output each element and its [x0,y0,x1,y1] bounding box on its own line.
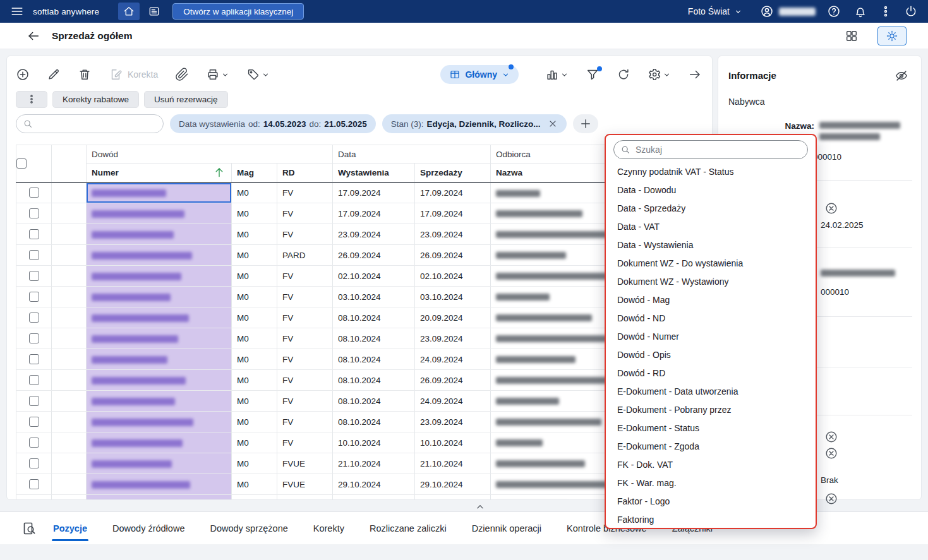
analytics-button[interactable] [545,68,569,81]
view-selector[interactable]: Główny [440,65,519,84]
print-button[interactable] [206,68,229,81]
row-checkbox[interactable] [29,375,39,385]
cell-wystawienia[interactable]: 26.09.2024 [333,245,415,266]
cell-mag[interactable]: M0 [232,370,277,391]
attachments-button[interactable] [175,68,189,81]
sort-ascending-icon[interactable] [212,165,226,179]
bottom-tab[interactable]: Pozycje [52,512,88,545]
cell-numer[interactable] [87,453,232,474]
cell-mag[interactable]: M0 [232,412,277,432]
cell-numer[interactable] [87,495,232,500]
clear-value-icon[interactable] [824,430,838,444]
cell-wystawienia[interactable]: 05.11.2024 [333,495,415,500]
refresh-button[interactable] [617,68,630,81]
col-header-wystawienia[interactable]: Wystawienia [333,164,415,182]
cell-rd[interactable]: FV [277,287,333,307]
cell-mag[interactable]: M0 [232,203,277,224]
cell-wystawienia[interactable]: 29.10.2024 [333,474,415,495]
cell-rd[interactable]: FV [277,432,333,453]
cell-mag[interactable]: M0 [232,391,277,412]
dropdown-item[interactable]: Faktor - Logo [606,492,816,511]
cell-mag[interactable]: M0 [232,349,277,370]
dropdown-item[interactable]: Dowód - Opis [606,346,816,364]
row-checkbox[interactable] [29,333,39,343]
cell-wystawienia[interactable]: 17.09.2024 [333,203,415,224]
cell-sprzedazy[interactable]: 10.10.2024 [415,432,491,453]
dashboard-button[interactable] [145,3,164,20]
cell-wystawienia[interactable]: 08.10.2024 [333,412,415,432]
dropdown-item[interactable]: Dokument WZ - Wystawiony [606,273,816,291]
search-positions-button[interactable] [21,521,37,536]
cell-mag[interactable]: M0 [232,182,277,203]
cell-rd[interactable]: FV [277,412,333,432]
cell-mag[interactable]: M0 [232,432,277,453]
dropdown-item[interactable]: Dowód - Mag [606,291,816,309]
cell-numer[interactable] [87,370,232,391]
cell-wystawienia[interactable]: 08.10.2024 [333,328,415,349]
dropdown-item[interactable]: Dowód - ND [606,309,816,328]
cell-sprzedazy[interactable]: 24.09.2024 [415,349,491,370]
col-header-rd[interactable]: RD [277,164,333,182]
add-button[interactable] [16,68,30,81]
notifications-button[interactable] [851,3,870,20]
dropdown-item[interactable]: Faktoring [606,511,816,529]
bottom-tab[interactable]: Dowody sprzężone [208,512,289,545]
row-checkbox[interactable] [29,271,39,281]
cell-mag[interactable]: M0 [232,328,277,349]
row-checkbox[interactable] [29,208,39,218]
cell-wystawienia[interactable]: 08.10.2024 [333,391,415,412]
cell-numer[interactable] [87,474,232,495]
cell-rd[interactable]: PARD [277,245,333,266]
bottom-tab[interactable]: Korekty [312,512,346,545]
edit-button[interactable] [47,68,61,81]
cell-sprzedazy[interactable]: 24.09.2024 [415,391,491,412]
add-filter-button[interactable] [573,114,598,133]
cell-numer[interactable] [87,182,232,203]
row-checkbox[interactable] [29,458,39,468]
clear-value-icon[interactable] [824,201,838,215]
col-header-sprzedazy[interactable]: Sprzedaży [415,164,491,182]
dropdown-item[interactable]: E-Dokument - Zgoda [606,438,816,456]
cell-numer[interactable] [87,245,232,266]
cell-numer[interactable] [87,391,232,412]
cell-wystawienia[interactable]: 21.10.2024 [333,453,415,474]
cell-wystawienia[interactable]: 08.10.2024 [333,307,415,328]
row-checkbox[interactable] [29,479,39,489]
cell-wystawienia[interactable]: 08.10.2024 [333,349,415,370]
cell-mag[interactable]: M0 [232,495,277,500]
cell-sprzedazy[interactable]: 17.09.2024 [415,203,491,224]
cell-sprzedazy[interactable]: 20.09.2024 [415,307,491,328]
filter-button[interactable] [586,68,600,81]
cell-sprzedazy[interactable]: 29.10.2024 [415,474,491,495]
row-checkbox[interactable] [29,250,39,260]
more-options-button[interactable] [876,3,895,20]
hide-info-panel-button[interactable] [895,69,908,83]
delete-button[interactable] [78,68,92,81]
cell-numer[interactable] [87,266,232,287]
usun-rezerwacje-button[interactable]: Usuń rezerwację [144,91,228,108]
row-checkbox[interactable] [29,354,39,364]
cell-mag[interactable]: M0 [232,245,277,266]
bottom-tab[interactable]: Rozliczane zaliczki [368,512,448,545]
row-checkbox[interactable] [29,188,39,198]
dropdown-item[interactable]: E-Dokument - Data utworzenia [606,383,816,401]
cell-rd[interactable]: FV [277,182,333,203]
select-all-checkbox[interactable] [16,158,27,169]
date-filter-chip[interactable]: Data wystawienia od: 14.05.2023 do: 21.0… [170,114,376,133]
cell-numer[interactable] [87,203,232,224]
cell-sprzedazy[interactable]: 03.10.2024 [415,287,491,307]
row-checkbox[interactable] [29,438,39,448]
remove-state-filter-icon[interactable] [548,119,558,129]
cell-sprzedazy[interactable]: 23.09.2024 [415,224,491,245]
cell-numer[interactable] [87,287,232,307]
state-filter-chip[interactable]: Stan (3): Edycja, Dziennik, Rozliczo... [382,114,567,133]
cell-sprzedazy[interactable]: 23.09.2024 [415,412,491,432]
cell-sprzedazy[interactable]: 23.09.2024 [415,328,491,349]
cell-wystawienia[interactable]: 02.10.2024 [333,266,415,287]
home-button[interactable] [118,3,140,20]
cell-rd[interactable]: FVUE [277,474,333,495]
cell-wystawienia[interactable]: 23.09.2024 [333,224,415,245]
company-selector[interactable]: Foto Świat [688,3,742,20]
logout-button[interactable] [901,3,920,20]
dropdown-search-input[interactable] [636,145,801,155]
